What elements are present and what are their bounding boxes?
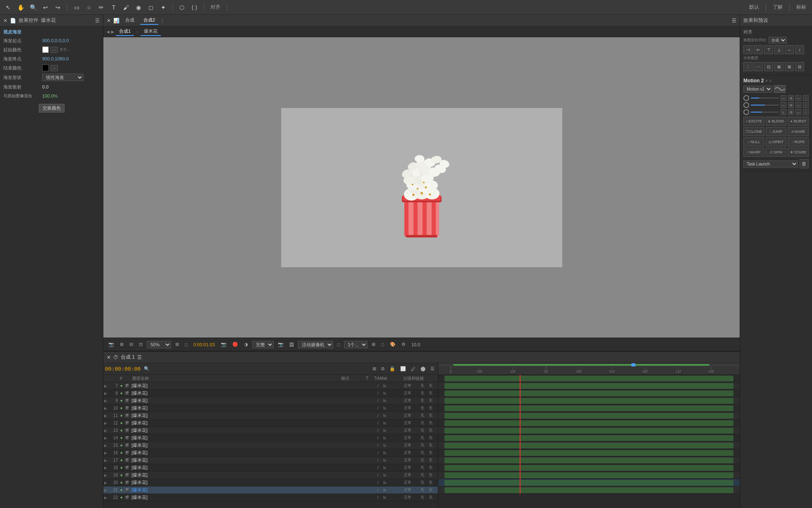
track-row-14[interactable] [438, 427, 740, 434]
tool-puppet[interactable]: ✦ [158, 2, 168, 12]
tl-ctrl-1[interactable]: ⊞ [371, 365, 378, 372]
layer-expand-7[interactable]: ▶ [104, 384, 110, 388]
layer-row-17[interactable]: ▶ 17 ■ 🎬 [爆米花] / fx 正常 无 无 [103, 457, 438, 464]
track-row-12[interactable] [438, 412, 740, 419]
align-left[interactable]: ⊣ [743, 45, 752, 54]
ctrl-snapshot[interactable]: 📷 [276, 341, 285, 348]
slider-btn-1d[interactable]: ↓ [803, 95, 809, 101]
dist-6[interactable]: ⊟ [795, 62, 804, 71]
breadcrumb-comp1[interactable]: 合成1 [116, 27, 134, 36]
layer-row-8[interactable]: ▶ 8 ■ 🎬 [爆米花] / fx 正常 无 无 [103, 390, 438, 397]
color-arrow-btn[interactable]: → [50, 47, 58, 53]
slider-btn-3b[interactable]: ⊟ [788, 109, 794, 115]
comp-close[interactable]: ✕ [107, 18, 111, 24]
tool-brush[interactable]: 🖌 [121, 2, 131, 12]
slider-btn-1c[interactable]: — [795, 95, 801, 101]
left-panel-close[interactable]: ✕ [3, 18, 7, 24]
motion-burst[interactable]: ✦ BURST [788, 117, 809, 126]
layer-expand-18[interactable]: ▶ [104, 466, 110, 470]
tool-text[interactable]: T [109, 2, 119, 12]
tl-ctrl-5[interactable]: 🖊 [409, 366, 417, 372]
motion-preset-select[interactable]: Motion v2 [743, 86, 772, 93]
align-target-select[interactable]: 合成 选择 [769, 37, 787, 43]
left-panel-tab[interactable]: 效果控件 [19, 17, 38, 24]
layer-row-22[interactable]: ▶ 22 ■ 🎬 [爆米花] / fx 正常 无 无 [103, 494, 438, 501]
align-center-v[interactable]: ↔ [785, 45, 794, 54]
ctrl-info3[interactable]: ⚙ [400, 341, 407, 348]
layer-row-16[interactable]: ▶ 16 ■ 🎬 [爆米花] / fx 正常 无 无 [103, 449, 438, 457]
layer-expand-9[interactable]: ▶ [104, 399, 110, 403]
layer-row-21[interactable]: ▶ 21 ■ 🎬 [爆米花] / fx 正常 无 无 [103, 486, 438, 494]
ctrl-color[interactable]: 🔴 [231, 341, 240, 348]
breadcrumb-arrow-right[interactable]: ▶ [111, 30, 114, 34]
dist-5[interactable]: ⊞ [785, 62, 794, 71]
ctrl-trans[interactable]: ◑ [242, 341, 250, 348]
prop-value-blend[interactable]: 100.0% [42, 93, 100, 98]
layer-row-15[interactable]: ▶ 15 ■ 🎬 [爆米花] / fx 正常 无 无 [103, 442, 438, 449]
align-center-h[interactable]: ⊢ [754, 45, 763, 54]
layer-expand-17[interactable]: ▶ [104, 458, 110, 462]
tool-stamp[interactable]: ◉ [134, 2, 143, 12]
ctrl-camera-icon[interactable]: 📷 [219, 341, 228, 348]
ctrl-safe[interactable]: ⊡ [137, 341, 144, 348]
track-row-16[interactable] [438, 442, 740, 449]
timeline-search[interactable]: 🔍 [142, 365, 151, 372]
ctrl-views[interactable]: □ [336, 341, 342, 348]
layer-expand-19[interactable]: ▶ [104, 473, 110, 477]
tl-ctrl-2[interactable]: ⧉ [380, 365, 386, 372]
ctrl-region[interactable]: □ [183, 341, 189, 348]
layer-expand-14[interactable]: ▶ [104, 436, 110, 440]
layer-expand-15[interactable]: ▶ [104, 443, 110, 448]
ctrl-grid[interactable]: ⊞ [118, 341, 125, 348]
prop-value-anchor[interactable]: 900.0,0.0,0.0 [42, 38, 100, 43]
track-row-21[interactable] [438, 479, 740, 486]
tl-ctrl-3[interactable]: 🔒 [388, 365, 397, 372]
comp-tab-1[interactable]: 合成 [122, 16, 138, 25]
ctrl-fastprev[interactable]: ⊞ [370, 341, 377, 348]
layer-expand-8[interactable]: ▶ [104, 391, 110, 395]
motion-jump[interactable]: ↑ JUMP [766, 127, 787, 136]
current-time[interactable]: 00:00:00:00 [105, 366, 141, 372]
dist-3[interactable]: ⊡ [764, 62, 773, 71]
prop-value-color1[interactable]: 关于... [60, 47, 100, 53]
layer-row-18[interactable]: ▶ 18 ■ 🎬 [爆米花] / fx 正常 无 无 [103, 464, 438, 472]
motion-name[interactable]: A NAME [788, 127, 809, 136]
ctrl-guide[interactable]: ⊟ [128, 341, 135, 348]
shape-select[interactable]: 线性海发 径向海发 [42, 74, 84, 81]
tool-zoom[interactable]: 🔍 [28, 2, 38, 12]
tool-ellipse[interactable]: ○ [84, 2, 94, 12]
track-row-15[interactable] [438, 434, 740, 442]
align-right[interactable]: ⊤ [764, 45, 773, 54]
view-count[interactable]: 1个... 2个 [344, 341, 368, 348]
layer-row-11[interactable]: ▶ 11 ■ 🎬 [爆米花] / fx 正常 无 无 [103, 412, 438, 419]
ctrl-fit[interactable]: ⊞ [174, 341, 181, 348]
motion-null[interactable]: ○ NULL [743, 137, 764, 146]
motion-stare[interactable]: 👁 STARE [788, 148, 809, 157]
tl-ctrl-7[interactable]: ☰ [429, 365, 436, 372]
motion-clone[interactable]: ❐ CLONE [743, 127, 764, 136]
prop-value-scatter[interactable]: 0.0 [42, 84, 100, 89]
align-bottom[interactable]: ↕ [795, 45, 804, 54]
tl-ctrl-6[interactable]: ⬤ [419, 365, 427, 372]
dist-4[interactable]: ⊠ [774, 62, 783, 71]
layer-row-13[interactable]: ▶ 13 ■ 🎬 [爆米花] / fx 正常 无 无 [103, 427, 438, 434]
tool-eraser[interactable]: ◻ [146, 2, 156, 12]
tool-extra1[interactable]: ⬡ [177, 2, 187, 12]
tool-undo[interactable]: ↩ [41, 2, 50, 12]
swap-color-btn[interactable]: 交换颜色 [39, 104, 64, 113]
track-row-18[interactable] [438, 457, 740, 464]
layer-row-7[interactable]: ▶ 7 ■ 🎬 [爆米花] / fx 正常 无 无 [103, 382, 438, 390]
timeline-close[interactable]: ✕ [107, 355, 111, 360]
align-top[interactable]: ⊥ [774, 45, 783, 54]
track-row-17[interactable] [438, 449, 740, 457]
playhead-marker[interactable] [631, 363, 635, 367]
ctrl-info1[interactable]: □ [380, 341, 386, 348]
layer-row-19[interactable]: ▶ 19 ■ 🎬 [爆米花] / fx 正常 无 无 [103, 472, 438, 479]
zoom-select[interactable]: 50% 100% 25% [147, 341, 171, 348]
task-select[interactable]: Task Launch [743, 161, 798, 168]
track-row-9[interactable] [438, 390, 740, 397]
tool-extra2[interactable]: ⟨ ⟩ [189, 2, 199, 12]
layer-expand-16[interactable]: ▶ [104, 451, 110, 455]
layer-expand-11[interactable]: ▶ [104, 414, 110, 418]
ctrl-fps-icon[interactable]: 📷 [107, 341, 116, 348]
